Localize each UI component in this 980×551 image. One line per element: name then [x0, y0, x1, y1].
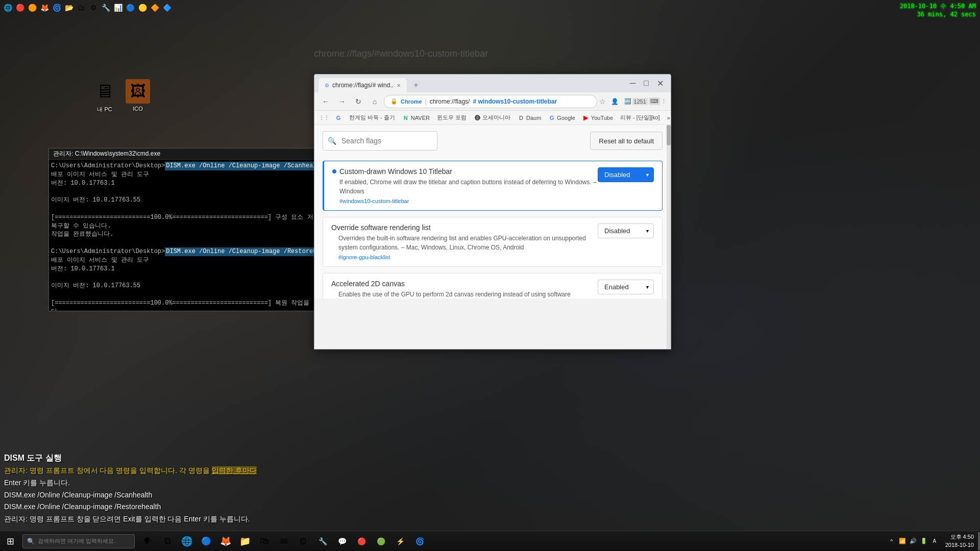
new-tab-btn[interactable]: +: [409, 78, 423, 92]
toolbar-icon-5[interactable]: 🌀: [51, 2, 62, 13]
flags-scrollbar[interactable]: [667, 125, 671, 349]
toolbar-icon-14[interactable]: 🔷: [161, 2, 173, 13]
chrome-window: ⚙ chrome://flags/# wind... ✕ + ─ □ ✕ ← →…: [314, 74, 671, 349]
chrome-flags-content[interactable]: Reset all to default Custom-drawn Window…: [314, 125, 671, 298]
taskbar-file-explorer[interactable]: 📁: [236, 532, 254, 550]
desktop-icon-ico-label: ICO: [133, 106, 143, 112]
bookmark-review[interactable]: 리뷰 - [단일][ko]: [618, 113, 662, 122]
system-tray: ^ 📶 🔊 🔋 A: [885, 537, 941, 546]
toolbar-icon-9[interactable]: 🔧: [100, 2, 111, 13]
flag-select-0[interactable]: Disabled Enabled Default: [598, 167, 654, 182]
taskbar-search-box[interactable]: 🔍 검색하려면 여기에 입력하세요.: [22, 534, 135, 548]
subtitle-line-5: DISM.exe /Online /Cleanup-image /Restore…: [4, 501, 257, 513]
refresh-btn[interactable]: ↻: [351, 94, 365, 109]
taskbar-settings[interactable]: ⚙: [294, 532, 312, 550]
toolbar-icon-11[interactable]: 🔵: [125, 2, 136, 13]
bookmark-google-main[interactable]: G Google: [546, 113, 577, 122]
reset-all-button[interactable]: Reset all to default: [590, 132, 663, 150]
subtitle-text: DISM 도구 실행 관리자: 명령 프롬프트 창에서 다음 명령을 입력합니다…: [4, 451, 257, 525]
taskbar-store[interactable]: 🛍: [255, 532, 274, 550]
cmd-output-12: [51, 273, 347, 282]
tab-close-btn[interactable]: ✕: [397, 83, 401, 88]
bookmark-more[interactable]: »: [665, 114, 671, 122]
bookmark-windows-forum[interactable]: 윈도우 포럼: [435, 113, 469, 122]
bookmark-apps[interactable]: ⋮⋮: [318, 113, 330, 122]
cmd-output-7: 복구할 수 있습니다.: [51, 222, 347, 231]
toolbar-icon-1[interactable]: 🌐: [2, 2, 13, 13]
flag-title-1: Override software rendering list: [331, 223, 598, 232]
toolbar-icon-2[interactable]: 🔴: [14, 2, 26, 13]
flags-scrollbar-thumb[interactable]: [667, 125, 671, 145]
more-btn[interactable]: ⋮: [661, 98, 667, 105]
taskbar-clock[interactable]: 오후 4:50 2018-10-10: [941, 533, 978, 549]
forward-btn[interactable]: →: [335, 94, 349, 109]
tray-volume[interactable]: 🔊: [909, 537, 918, 546]
taskbar-more-1[interactable]: 🔧: [313, 532, 332, 550]
taskbar-taskvw[interactable]: ⧉: [158, 532, 177, 550]
back-btn[interactable]: ←: [318, 94, 333, 109]
window-maximize-btn[interactable]: □: [641, 79, 652, 88]
show-desktop-btn[interactable]: [978, 532, 980, 550]
google-icon: G: [335, 114, 342, 121]
bookmark-daum[interactable]: D Daum: [516, 113, 543, 122]
clock-time: 오후 4:50: [945, 533, 974, 541]
taskbar-chrome[interactable]: 🔵: [197, 532, 215, 550]
flag-item-0: Custom-drawn Windows 10 Titlebar If enab…: [323, 161, 663, 211]
subtitle-line-6: 관리자: 명령 프롬프트 창을 닫으려면 Exit를 입력한 다음 Enter …: [4, 513, 257, 525]
taskbar-more-4[interactable]: 🟢: [372, 532, 390, 550]
bookmark-hangame[interactable]: 한게임 바둑 - 즐기: [347, 113, 397, 122]
toolbar-icon-7[interactable]: 🗂: [76, 2, 87, 13]
url-bar[interactable]: 🔒 Chrome | chrome://flags/ # windows10-c…: [384, 95, 597, 108]
top-info-bar: 2018-10-10 수 4:50 AM 36 mins, 42 secs: [896, 0, 980, 20]
desktop-icon-ico[interactable]: 🖼 ICO: [117, 79, 158, 112]
tray-chevron[interactable]: ^: [887, 537, 896, 546]
chrome-tab-active[interactable]: ⚙ chrome://flags/# wind... ✕: [318, 78, 407, 92]
bookmark-naver[interactable]: N NAVER: [400, 113, 432, 122]
tray-network[interactable]: 📶: [898, 537, 907, 546]
taskbar-mail[interactable]: ✉: [275, 532, 293, 550]
bookmark-youtube[interactable]: ▶ YouTube: [580, 113, 615, 122]
flag-link-0[interactable]: #windows10-custom-titlebar: [332, 198, 598, 204]
flag-select-1[interactable]: Disabled Enabled Default: [598, 223, 654, 238]
search-flags-input[interactable]: [323, 131, 437, 151]
taskbar-cortana[interactable]: 🗣: [139, 532, 157, 550]
bookmark-star[interactable]: ☆: [599, 97, 606, 106]
taskbar-more-2[interactable]: 💬: [333, 532, 351, 550]
bookmark-google[interactable]: G: [333, 113, 344, 122]
home-btn[interactable]: ⌂: [368, 94, 382, 109]
bookmark-osemania[interactable]: 🅞 오세마니아: [472, 113, 512, 122]
taskbar-firefox[interactable]: 🦊: [216, 532, 235, 550]
window-close-btn[interactable]: ✕: [654, 79, 667, 88]
clock-date: 2018-10-10: [945, 541, 974, 549]
flag-left-0: Custom-drawn Windows 10 Titlebar If enab…: [332, 167, 598, 204]
translate-icon[interactable]: 🔤: [624, 98, 631, 105]
flag-select-2[interactable]: Enabled Disabled Default: [598, 280, 654, 294]
flag-item-1: Override software rendering list Overrid…: [323, 217, 663, 267]
toolbar-icon-10[interactable]: 📊: [112, 2, 124, 13]
tray-lang[interactable]: A: [930, 537, 939, 546]
taskbar-more-6[interactable]: 🌀: [410, 532, 429, 550]
toolbar-icon-13[interactable]: 🔶: [149, 2, 160, 13]
taskbar-ie[interactable]: 🌐: [178, 532, 196, 550]
toolbar-icon-8[interactable]: ⚙: [88, 2, 99, 13]
taskbar-more-3[interactable]: 🔴: [352, 532, 371, 550]
taskbar-search-icon: 🔍: [27, 538, 35, 545]
start-button[interactable]: ⊞: [0, 531, 20, 552]
toolbar-icon-6[interactable]: 📂: [63, 2, 75, 13]
taskbar-programs: 🗣 ⧉ 🌐 🔵 🦊 📁 🛍 ✉ ⚙ 🔧 💬 🔴 🟢 ⚡ 🌀: [137, 532, 885, 550]
toolbar-icon-12[interactable]: 🟡: [137, 2, 148, 13]
flag-title-2: Accelerated 2D canvas: [331, 280, 598, 288]
taskbar-more-5[interactable]: ⚡: [391, 532, 409, 550]
tray-battery[interactable]: 🔋: [919, 537, 928, 546]
lang-selector[interactable]: 1251: [632, 98, 648, 105]
window-controls: ─ □ ✕: [627, 79, 667, 88]
flag-desc-1: Overrides the built-in software renderin…: [331, 234, 598, 252]
flag-link-1[interactable]: #ignore-gpu-blacklist: [331, 254, 598, 260]
toolbar-icon-3[interactable]: 🟠: [27, 2, 38, 13]
subtitle-line-1: DISM 도구 실행: [4, 451, 257, 465]
kb-icon[interactable]: ⌨: [649, 97, 660, 105]
account-btn[interactable]: 👤: [608, 94, 622, 109]
hangame-label: 한게임 바둑 - 즐기: [349, 114, 395, 121]
window-minimize-btn[interactable]: ─: [627, 79, 639, 88]
toolbar-icon-4[interactable]: 🦊: [39, 2, 50, 13]
